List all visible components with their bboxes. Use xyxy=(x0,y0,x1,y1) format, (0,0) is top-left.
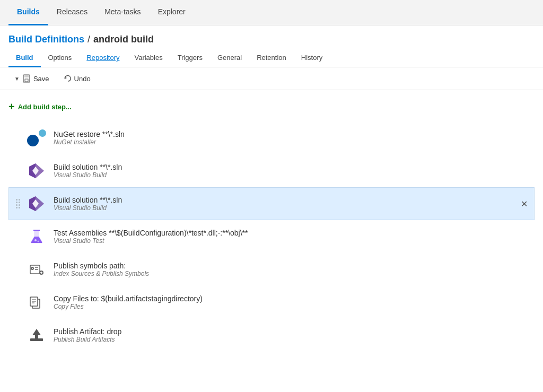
svg-marker-3 xyxy=(65,77,67,79)
step-icon-vs xyxy=(26,160,47,181)
build-step-item[interactable]: NuGet restore **\*.slnNuGet Installer xyxy=(8,121,535,154)
svg-point-4 xyxy=(34,239,37,241)
svg-point-8 xyxy=(32,268,33,269)
step-icon-copy xyxy=(26,292,47,313)
sub-tab-general[interactable]: General xyxy=(210,49,249,67)
build-step-item[interactable]: Copy Files to: $(build.artifactstagingdi… xyxy=(8,286,535,319)
top-nav-item-releases[interactable]: Releases xyxy=(48,0,96,25)
svg-rect-19 xyxy=(30,338,43,341)
step-subtitle: Publish Build Artifacts xyxy=(54,336,528,343)
step-title: Test Assemblies **\$(BuildConfiguration)… xyxy=(54,229,528,237)
step-text: Publish symbols path:Index Sources & Pub… xyxy=(54,262,528,277)
step-title: NuGet restore **\*.sln xyxy=(54,130,528,138)
top-nav-item-explorer[interactable]: Explorer xyxy=(150,0,194,25)
sub-tab-options[interactable]: Options xyxy=(41,49,80,67)
breadcrumb-current: android build xyxy=(93,34,154,45)
breadcrumb-separator: / xyxy=(87,34,90,45)
breadcrumb: Build Definitions / android build xyxy=(0,25,543,49)
top-navigation: BuildsReleasesMeta-tasksExplorer xyxy=(0,0,543,25)
step-title: Publish symbols path: xyxy=(54,262,528,270)
svg-point-5 xyxy=(38,241,39,242)
step-text: Publish Artifact: dropPublish Build Arti… xyxy=(54,327,528,343)
build-step-item[interactable]: Publish Artifact: dropPublish Build Arti… xyxy=(8,319,535,352)
toolbar: ▼ Save Undo xyxy=(0,67,543,90)
svg-marker-20 xyxy=(32,329,41,338)
content-area: + Add build step... NuGet restore **\*.s… xyxy=(0,90,543,358)
step-subtitle: Index Sources & Publish Symbols xyxy=(54,270,528,277)
sub-tabs: BuildOptionsRepositoryVariablesTriggersG… xyxy=(0,49,543,67)
save-icon xyxy=(22,74,31,83)
step-title: Build solution **\*.sln xyxy=(54,163,528,171)
build-step-item[interactable]: Test Assemblies **\$(BuildConfiguration)… xyxy=(8,220,535,253)
undo-label: Undo xyxy=(74,75,91,83)
save-dropdown-button[interactable]: ▼ Save xyxy=(8,72,55,85)
sub-tab-variables[interactable]: Variables xyxy=(127,49,170,67)
undo-button[interactable]: Undo xyxy=(57,72,97,85)
build-step-item[interactable]: Build solution **\*.slnVisual Studio Bui… xyxy=(8,187,535,220)
save-dropdown-arrow: ▼ xyxy=(14,76,20,82)
save-label: Save xyxy=(33,75,49,83)
step-icon-vs xyxy=(26,193,47,214)
build-step-item[interactable]: Build solution **\*.slnVisual Studio Bui… xyxy=(8,154,535,187)
step-subtitle: Visual Studio Build xyxy=(54,171,528,179)
plus-icon: + xyxy=(8,101,15,113)
step-subtitle: Visual Studio Test xyxy=(54,237,528,245)
drag-handle[interactable] xyxy=(15,199,21,208)
svg-rect-1 xyxy=(24,75,29,77)
top-nav-item-meta-tasks[interactable]: Meta-tasks xyxy=(96,0,149,25)
step-text: Build solution **\*.slnVisual Studio Bui… xyxy=(54,163,528,179)
step-icon-symbols xyxy=(26,259,47,280)
svg-rect-2 xyxy=(25,79,28,82)
breadcrumb-link[interactable]: Build Definitions xyxy=(8,34,84,45)
step-text: Test Assemblies **\$(BuildConfiguration)… xyxy=(54,229,528,245)
sub-tab-triggers[interactable]: Triggers xyxy=(170,49,210,67)
step-title: Publish Artifact: drop xyxy=(54,327,528,336)
add-step-label: Add build step... xyxy=(18,103,72,111)
step-text: Build solution **\*.slnVisual Studio Bui… xyxy=(54,196,528,212)
step-icon-flask xyxy=(26,226,47,247)
close-icon[interactable]: ✕ xyxy=(521,199,528,209)
step-icon-publish xyxy=(26,325,47,346)
undo-icon xyxy=(63,74,72,83)
step-title: Build solution **\*.sln xyxy=(54,196,528,204)
sub-tab-retention[interactable]: Retention xyxy=(249,49,294,67)
sub-tab-repository[interactable]: Repository xyxy=(79,49,127,67)
build-step-item[interactable]: Publish symbols path:Index Sources & Pub… xyxy=(8,253,535,286)
top-nav-item-builds[interactable]: Builds xyxy=(8,0,48,25)
sub-tab-build[interactable]: Build xyxy=(8,49,41,67)
build-steps-list: NuGet restore **\*.slnNuGet Installer Bu… xyxy=(8,121,535,352)
add-build-step-button[interactable]: + Add build step... xyxy=(8,97,535,121)
step-subtitle: NuGet Installer xyxy=(54,138,528,146)
step-icon-nuget xyxy=(26,127,47,149)
step-title: Copy Files to: $(build.artifactstagingdi… xyxy=(54,294,528,303)
sub-tab-history[interactable]: History xyxy=(294,49,330,67)
step-text: NuGet restore **\*.slnNuGet Installer xyxy=(54,130,528,146)
step-text: Copy Files to: $(build.artifactstagingdi… xyxy=(54,294,528,310)
step-subtitle: Copy Files xyxy=(54,303,528,310)
step-subtitle: Visual Studio Build xyxy=(54,204,528,212)
